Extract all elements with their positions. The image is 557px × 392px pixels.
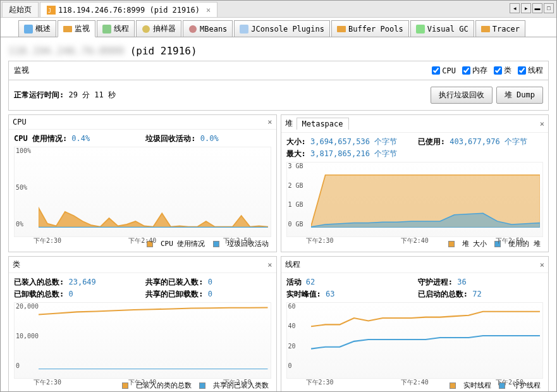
tab-label: 起始页 [9,4,32,15]
svg-rect-10 [481,26,490,32]
svg-rect-3 [63,26,72,32]
mbeans-icon [188,25,197,34]
checkbox[interactable] [518,66,526,75]
close-icon[interactable]: × [267,118,272,126]
tab-label: Visual GC [427,25,468,34]
stat-value: 63 [326,290,334,298]
bufferpools-icon [337,25,346,34]
stat-label: 已装入的总数: [14,278,64,286]
stat-label: 垃圾回收活动: [145,134,195,143]
tab-label: 118.194.246.76:8999 (pid 21916) [58,6,200,15]
tab-label: 监视 [75,23,90,34]
checkbox[interactable] [462,66,470,75]
monitor-label: 监视 [14,65,29,76]
jconsole-icon [240,25,248,34]
top-tabs: 起始页 J 118.194.246.76:8999 (pid 21916) × … [1,1,556,18]
check-classes[interactable]: 类 [494,65,511,76]
panel-heap: 堆Metaspace× 大小: 3,694,657,536 个字节 已使用: 4… [281,114,549,252]
tab-monitor[interactable]: 监视 [58,20,95,37]
stat-label: 实时峰值: [286,290,321,298]
monitor-header: 监视 CPU 内存 类 线程 [8,61,549,80]
panels-grid: CPU× CPU 使用情况: 0.4% 垃圾回收活动: 0.0% 100%50%… [8,114,549,391]
classes-chart: 20,00010,0000 下午2:30下午2:40下午2:50 [14,302,271,379]
close-icon[interactable]: × [267,260,272,269]
stat-value: 36 [457,278,466,286]
tab-overview[interactable]: 概述 [18,20,56,37]
gc-button[interactable]: 执行垃圾回收 [431,87,493,104]
threads-chart: 6040200 下午2:30下午2:40下午2:50 [286,302,544,379]
sampler-icon [142,25,150,34]
threads-icon [102,25,111,34]
svg-text:J: J [48,8,51,14]
stat-label: 共享的已装入数: [145,278,203,286]
tab-label: MBeans [200,25,227,34]
heap-chart: 3 GB2 GB1 GB0 GB 下午2:30下午2:40下午2:50 [286,162,544,237]
stat-label: CPU 使用情况: [14,134,67,143]
check-mem[interactable]: 内存 [462,65,487,76]
tab-jconsole[interactable]: JConsole Plugins [234,20,330,37]
close-icon[interactable]: × [540,260,544,269]
tab-start[interactable]: 起始页 [2,2,39,17]
cpu-chart: 100%50%0% 下午2:30下午2:40下午2:50 [14,147,271,237]
prev-button[interactable]: ◂ [510,3,520,13]
minimize-button[interactable]: ▬ [532,3,542,13]
tab-host[interactable]: J 118.194.246.76:8999 (pid 21916) × [40,2,217,17]
svg-rect-8 [337,26,346,32]
stat-value: 62 [306,278,315,286]
main-window: 起始页 J 118.194.246.76:8999 (pid 21916) × … [0,0,557,392]
uptime-row: 正常运行时间: 29 分 11 秒 执行垃圾回收 堆 Dump [8,80,549,111]
tab-label: 线程 [114,23,129,34]
tab-threads[interactable]: 线程 [97,20,135,37]
title-pid: (pid 21916) [130,45,197,57]
checks: CPU 内存 类 线程 [432,65,543,76]
stat-label: 大小: [286,137,306,146]
panel-cpu: CPU× CPU 使用情况: 0.4% 垃圾回收活动: 0.0% 100%50%… [8,114,277,252]
stat-value: 0 [208,290,212,298]
stat-value: 23,649 [68,278,95,286]
svg-rect-9 [416,25,425,34]
panel-title: 类 [13,259,20,270]
check-threads[interactable]: 线程 [518,65,543,76]
stat-value: 0 [68,290,73,298]
monitor-icon [63,25,72,34]
svg-rect-7 [240,25,248,34]
tracer-icon [481,25,490,34]
panel-title: 线程 [285,259,300,270]
stat-label: 已启动的总数: [418,290,468,298]
tab-bufferpools[interactable]: Buffer Pools [331,20,409,37]
tab-sampler[interactable]: 抽样器 [136,20,181,37]
svg-rect-2 [24,25,33,34]
stat-label: 共享的已卸载数: [145,290,203,298]
tab-mbeans[interactable]: MBeans [183,20,233,37]
maximize-button[interactable]: □ [544,3,554,13]
stat-label: 已卸载的总数: [14,290,64,298]
stat-value: 72 [472,290,481,298]
svg-point-5 [142,25,150,33]
tab-label: Tracer [493,25,520,34]
next-button[interactable]: ▸ [521,3,531,13]
heap-tab-metaspace[interactable]: Metaspace [297,118,349,130]
panel-threads: 线程× 活动 62 守护进程: 36 实时峰值: 63 已启动的总数: 72 6… [281,256,549,391]
stat-value: 0.4% [71,134,90,143]
close-icon[interactable]: × [540,119,544,128]
check-cpu[interactable]: CPU [432,66,456,75]
overview-icon [24,25,33,34]
dump-button[interactable]: 堆 Dump [496,87,543,104]
stat-label: 守护进程: [418,278,453,286]
tab-label: 概述 [35,23,51,34]
stat-value: 403,677,976 个字节 [450,137,527,146]
stat-label: 最大: [286,149,306,158]
stat-value: 3,694,657,536 个字节 [310,137,397,146]
tab-visualgc[interactable]: Visual GC [410,20,474,37]
stat-value: 3,817,865,216 个字节 [310,149,397,158]
checkbox[interactable] [494,66,502,75]
tab-tracer[interactable]: Tracer [475,20,525,37]
close-icon[interactable]: × [206,6,211,15]
tab-label: JConsole Plugins [251,25,324,34]
svg-rect-4 [102,25,111,34]
stat-label: 活动 [286,278,302,286]
checkbox[interactable] [432,66,440,75]
page-title: 118.194.246.76:8999 (pid 21916) [8,40,549,61]
jmx-icon: J [47,6,56,15]
stat-label: 已使用: [418,137,445,146]
